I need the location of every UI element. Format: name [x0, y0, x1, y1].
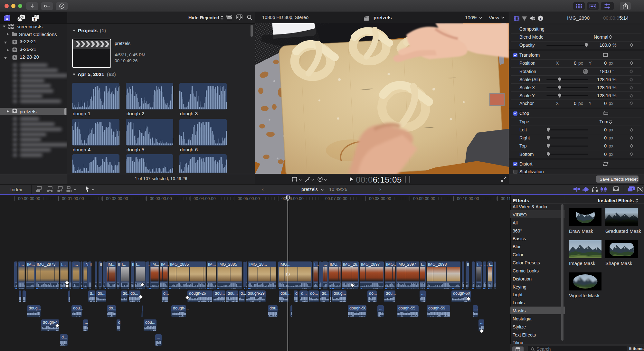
- svg-text:dough-50: dough-50: [349, 306, 366, 310]
- svg-text:dou...: dou...: [270, 306, 279, 310]
- svg-text:I...: I...: [61, 262, 66, 267]
- svg-text:I...: I...: [421, 262, 425, 267]
- svg-text:I: I: [15, 262, 16, 267]
- svg-text:IM...: IM...: [27, 262, 35, 267]
- svg-text:...: ...: [421, 291, 424, 296]
- svg-text:do...: do...: [310, 291, 318, 296]
- svg-text:dou...: dou...: [228, 291, 238, 296]
- svg-text:I...: I...: [477, 262, 482, 267]
- svg-text:IN: IN: [84, 262, 89, 267]
- svg-text:I...: I...: [19, 262, 24, 267]
- svg-text:IMG...: IMG...: [330, 262, 341, 267]
- svg-text:I...: I...: [136, 262, 140, 267]
- svg-text:dough-60: dough-60: [453, 291, 470, 296]
- svg-text:doug...: doug...: [334, 291, 346, 296]
- svg-text:do...: do...: [130, 291, 138, 296]
- svg-text:dough-26: dough-26: [189, 291, 206, 296]
- svg-text:I...: I...: [314, 262, 319, 267]
- svg-text:dou...: dou...: [215, 291, 225, 296]
- svg-text:do...: do...: [322, 291, 329, 296]
- svg-text:00:07:00:00: 00:07:00:00: [325, 196, 347, 201]
- svg-text:IMG_2898: IMG_2898: [428, 262, 447, 267]
- svg-text:IMG_2897: IMG_2897: [397, 262, 416, 267]
- svg-text:I...: I...: [122, 262, 126, 267]
- svg-text:II: II: [467, 262, 469, 267]
- svg-text:do...: do...: [98, 291, 105, 296]
- svg-text:00:10:00:00: 00:10:00:00: [457, 196, 479, 201]
- svg-text:IMG...: IMG...: [279, 262, 290, 267]
- svg-text:IMG_2885: IMG_2885: [170, 262, 189, 267]
- svg-text:...: ...: [480, 320, 483, 325]
- svg-text:dou...: dou...: [386, 291, 396, 296]
- svg-text:IMG_2885: IMG_2885: [218, 262, 237, 267]
- svg-text:dou...: dou...: [280, 291, 290, 296]
- svg-text:...: ...: [474, 306, 478, 310]
- svg-text:IM...: IM...: [151, 262, 159, 267]
- svg-text:00:03:00:00: 00:03:00:00: [150, 196, 172, 201]
- svg-text:...: ...: [484, 262, 488, 267]
- svg-text:00:06:00:00: 00:06:00:00: [281, 196, 304, 201]
- svg-text:I...: I...: [489, 262, 493, 267]
- svg-text:dough-4: dough-4: [43, 320, 58, 325]
- svg-text:d...: d...: [90, 291, 95, 296]
- svg-text:d: d: [118, 320, 120, 325]
- svg-text:00:08:00:00: 00:08:00:00: [369, 196, 391, 201]
- svg-text:doug...: doug...: [29, 306, 41, 310]
- svg-text:II: II: [100, 262, 102, 267]
- svg-text:d: d: [295, 291, 298, 296]
- svg-text:dou...: dou...: [145, 320, 155, 325]
- svg-text:II: II: [132, 262, 134, 267]
- svg-text:00:05:00:00: 00:05:00:00: [238, 196, 260, 201]
- svg-text:00:02:00:00: 00:02:00:00: [106, 196, 128, 201]
- svg-text:00:01:00:00: 00:01:00:00: [62, 196, 84, 201]
- svg-text:00:00:00:00: 00:00:00:00: [18, 196, 40, 201]
- svg-text:00:11:00:00: 00:11:00:00: [501, 196, 510, 201]
- svg-text:d...: d...: [301, 291, 307, 296]
- svg-text:IMG...: IMG...: [386, 262, 397, 267]
- svg-text:T: T: [33, 17, 36, 22]
- svg-text:dou...: dou...: [73, 306, 83, 310]
- svg-text:IMG_28...: IMG_28...: [249, 262, 267, 267]
- svg-text:...: ...: [157, 335, 160, 339]
- svg-text:IM...: IM...: [208, 262, 216, 267]
- svg-text:I...: I...: [73, 262, 78, 267]
- svg-text:00:04:00:00: 00:04:00:00: [194, 196, 216, 201]
- svg-text:...: ...: [379, 306, 382, 310]
- svg-text:IMG_2897: IMG_2897: [361, 262, 380, 267]
- svg-text:d...: d...: [62, 335, 67, 339]
- svg-text:do...: do...: [109, 306, 116, 310]
- svg-text:d...: d...: [241, 291, 246, 296]
- svg-text:do...: do...: [369, 291, 377, 296]
- svg-text:dough-55: dough-55: [398, 306, 415, 310]
- svg-text:IM...: IM...: [161, 262, 169, 267]
- svg-text:IM...: IM...: [108, 262, 115, 267]
- svg-text:dough-59: dough-59: [428, 306, 445, 310]
- svg-text:IMG_2873: IMG_2873: [37, 262, 55, 267]
- svg-text:IMG_28...: IMG_28...: [343, 262, 361, 267]
- svg-text:...: ...: [324, 262, 327, 267]
- svg-text:d...: d...: [163, 291, 169, 296]
- svg-text:00:09:00:00: 00:09:00:00: [413, 196, 435, 201]
- svg-text:II: II: [90, 262, 92, 267]
- svg-text:dough-...: dough-...: [173, 306, 189, 310]
- svg-text:dough-29: dough-29: [248, 291, 265, 296]
- svg-text:...: ...: [85, 320, 88, 325]
